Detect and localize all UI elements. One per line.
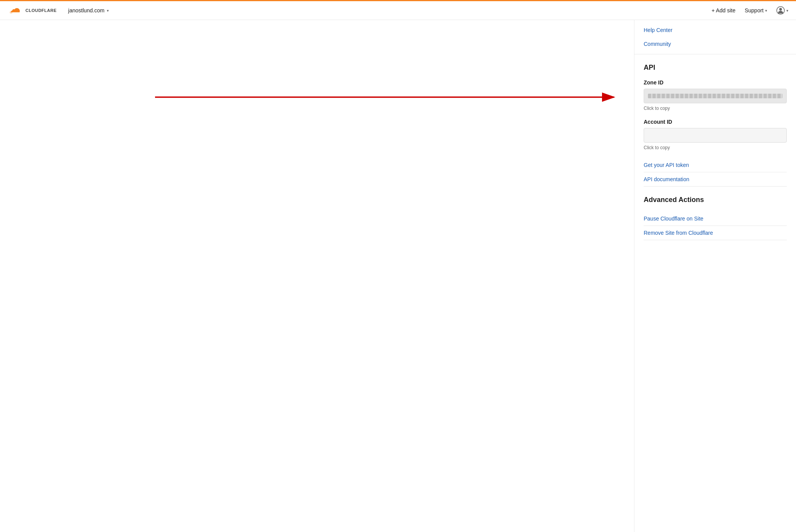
logo: CLOUDFLARE <box>8 5 57 15</box>
support-chevron-icon: ▾ <box>765 8 767 13</box>
page-wrapper: Help Center Community API Zone ID Click … <box>0 20 796 532</box>
account-id-copy-hint: Click to copy <box>644 145 787 150</box>
api-section: API Zone ID Click to copy Account ID Cli… <box>634 54 796 187</box>
zone-id-copy-hint: Click to copy <box>644 106 787 111</box>
red-arrow-annotation <box>0 20 634 151</box>
support-label: Support <box>745 7 764 13</box>
left-content-area <box>0 20 634 532</box>
user-chevron-icon: ▾ <box>786 8 788 13</box>
support-button[interactable]: Support ▾ <box>745 7 767 13</box>
cloudflare-logo-icon <box>8 5 23 15</box>
site-selector-chevron-icon: ▾ <box>107 8 109 13</box>
advanced-actions-section: Advanced Actions Pause Cloudflare on Sit… <box>634 187 796 240</box>
api-documentation-link[interactable]: API documentation <box>644 172 787 187</box>
account-id-label: Account ID <box>644 119 787 125</box>
add-site-button[interactable]: + Add site <box>712 7 735 13</box>
svg-point-0 <box>10 11 12 14</box>
site-name: janostlund.com <box>68 7 105 13</box>
account-id-field: Account ID Click to copy <box>644 119 787 150</box>
user-menu-button[interactable]: ▾ <box>776 6 788 15</box>
support-dropdown-menu: Help Center Community <box>634 20 796 54</box>
user-avatar-icon <box>776 6 785 15</box>
api-section-title: API <box>644 64 787 72</box>
advanced-actions-title: Advanced Actions <box>644 196 787 204</box>
community-link[interactable]: Community <box>634 37 796 51</box>
help-center-link[interactable]: Help Center <box>634 23 796 37</box>
page-content: Help Center Community API Zone ID Click … <box>0 20 796 532</box>
zone-id-field: Zone ID Click to copy <box>644 79 787 111</box>
zone-id-input[interactable] <box>644 89 787 103</box>
pause-cloudflare-link[interactable]: Pause Cloudflare on Site <box>644 212 787 226</box>
zone-id-label: Zone ID <box>644 79 787 86</box>
right-panel: Help Center Community API Zone ID Click … <box>634 20 796 532</box>
zone-id-redacted-value <box>648 94 783 98</box>
svg-point-2 <box>779 8 782 11</box>
nav-right: + Add site Support ▾ ▾ <box>712 6 788 15</box>
top-nav: CLOUDFLARE janostlund.com ▾ + Add site S… <box>0 0 796 20</box>
account-id-input[interactable] <box>644 128 787 143</box>
get-api-token-link[interactable]: Get your API token <box>644 158 787 172</box>
cloudflare-wordmark: CLOUDFLARE <box>25 8 57 13</box>
site-selector[interactable]: janostlund.com ▾ <box>68 7 109 13</box>
remove-site-link[interactable]: Remove Site from Cloudflare <box>644 226 787 240</box>
